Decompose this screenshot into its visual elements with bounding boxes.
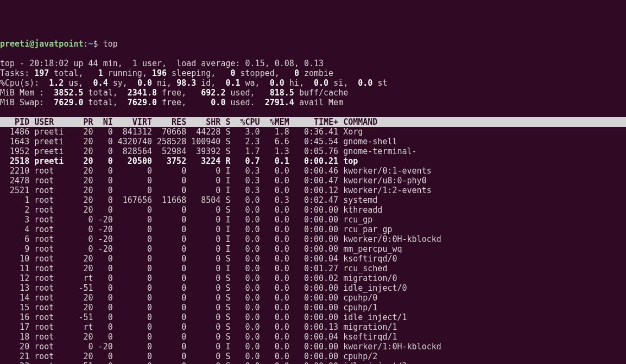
process-row: 2210 root 20 0 0 0 0 I 0.3 0.0 0:00.46 k…	[0, 166, 432, 176]
process-row: 2478 root 20 0 0 0 0 I 0.3 0.0 0:00.47 k…	[0, 176, 427, 186]
process-row: 6 root 0 -20 0 0 0 I 0.0 0.0 0:00.00 kwo…	[0, 234, 441, 244]
prompt-colon: :	[84, 39, 88, 49]
prompt-at: @	[29, 39, 34, 49]
prompt-user: preeti	[0, 39, 29, 49]
process-row: 21 root 20 0 0 0 0 S 0.0 0.0 0:00.00 cpu…	[0, 352, 377, 361]
process-row: 2518 preeti 20 0 20500 3752 3224 R 0.7 0…	[0, 156, 358, 166]
process-table-body: 1486 preeti 20 0 841312 70668 44228 S 3.…	[0, 127, 626, 364]
process-row: 14 root 20 0 0 0 0 S 0.0 0.0 0:00.00 cpu…	[0, 293, 377, 303]
top-swap-line: MiB Swap: 7629.0 total, 7629.0 free, 0.0…	[0, 98, 343, 107]
process-row: 17 root rt 0 0 0 0 S 0.0 0.0 0:00.13 mig…	[0, 322, 397, 332]
process-row: 20 root 0 -20 0 0 0 I 0.0 0.0 0:00.00 kw…	[0, 342, 441, 352]
top-cpu-line: %Cpu(s): 1.2 us, 0.4 sy, 0.0 ni, 98.3 id…	[0, 78, 387, 88]
top-tasks-line: Tasks: 197 total, 1 running, 196 sleepin…	[0, 68, 333, 78]
top-mem-line: MiB Mem : 3852.5 total, 2341.8 free, 692…	[0, 88, 348, 98]
process-row: 22 root -51 0 0 0 0 S 0.0 0.0 0:00.00 id…	[0, 361, 407, 364]
process-row: 1 root 20 0 167656 11668 8504 S 0.0 0.3 …	[0, 195, 377, 205]
process-row: 2 root 20 0 0 0 0 S 0.0 0.0 0:00.00 kthr…	[0, 205, 382, 215]
process-table-header: PID USER PR NI VIRT RES SHR S %CPU %MEM …	[0, 117, 626, 127]
prompt-line: preeti@javatpoint:~$ top	[0, 39, 118, 49]
process-row: 4 root 0 -20 0 0 0 I 0.0 0.0 0:00.00 rcu…	[0, 225, 392, 234]
prompt-path: ~	[88, 39, 93, 49]
prompt-host: javatpoint	[34, 39, 83, 49]
process-row: 18 root 20 0 0 0 0 S 0.0 0.0 0:00.04 kso…	[0, 332, 397, 342]
process-row: 10 root 20 0 0 0 0 S 0.0 0.0 0:00.04 kso…	[0, 254, 397, 264]
process-row: 1952 preeti 20 0 828564 52984 39392 S 1.…	[0, 146, 417, 156]
process-row: 16 root -51 0 0 0 0 S 0.0 0.0 0:00.00 id…	[0, 312, 407, 322]
process-row: 12 root rt 0 0 0 0 S 0.0 0.0 0:00.02 mig…	[0, 273, 397, 283]
process-row: 9 root 0 -20 0 0 0 I 0.0 0.0 0:00.00 mm_…	[0, 244, 402, 254]
top-summary-line1: top - 20:18:02 up 44 min, 1 user, load a…	[0, 59, 324, 68]
terminal-output[interactable]: preeti@javatpoint:~$ top top - 20:18:02 …	[0, 39, 626, 364]
command-typed: top	[103, 39, 118, 49]
process-row: 13 root -51 0 0 0 0 S 0.0 0.0 0:00.00 id…	[0, 283, 407, 293]
process-row: 1643 preeti 20 0 4320740 258528 100940 S…	[0, 137, 397, 146]
process-row: 2521 root 20 0 0 0 0 I 0.3 0.0 0:00.12 k…	[0, 186, 432, 195]
process-row: 11 root 20 0 0 0 0 I 0.0 0.0 0:01.27 rcu…	[0, 264, 387, 273]
prompt-dollar: $	[93, 39, 103, 49]
process-row: 1486 preeti 20 0 841312 70668 44228 S 3.…	[0, 127, 363, 137]
process-row: 15 root 20 0 0 0 0 S 0.0 0.0 0:00.00 cpu…	[0, 303, 377, 312]
process-row: 3 root 0 -20 0 0 0 I 0.0 0.0 0:00.00 rcu…	[0, 215, 372, 225]
